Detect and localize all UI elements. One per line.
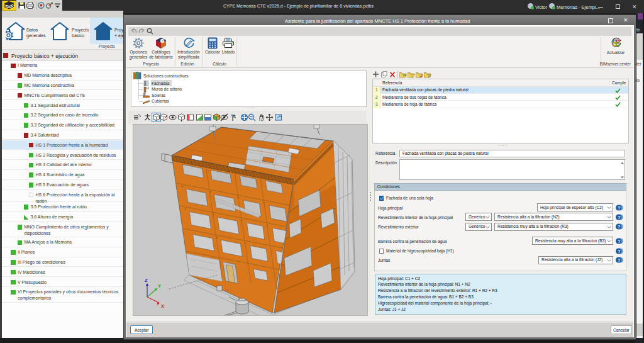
svg-text:?: ? xyxy=(618,257,621,263)
svg-text:X: X xyxy=(161,303,164,309)
svg-text:?: ? xyxy=(618,224,621,230)
svg-text:?: ? xyxy=(618,205,621,210)
svg-text:Z: Z xyxy=(145,278,148,283)
svg-text:?: ? xyxy=(618,249,621,254)
svg-text:c: c xyxy=(411,74,413,78)
svg-text:?: ? xyxy=(618,238,621,244)
svg-text:?: ? xyxy=(618,214,621,220)
svg-text:Y: Y xyxy=(158,283,161,289)
